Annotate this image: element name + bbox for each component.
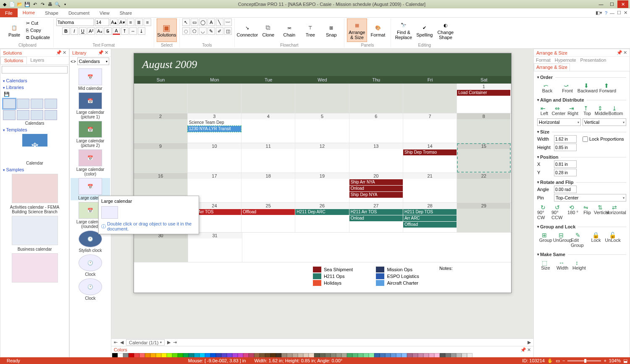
zoom-in-icon[interactable]: +: [604, 358, 606, 363]
scroll-right-icon[interactable]: ▶: [528, 340, 531, 345]
clone-button[interactable]: ⿻Clone: [258, 18, 278, 42]
open-icon[interactable]: 📂: [17, 1, 23, 7]
pin-icon[interactable]: 📌: [617, 50, 622, 55]
tabs-nav-first-icon[interactable]: ⇤: [114, 340, 118, 345]
calendar-cell[interactable]: 25Offload: [242, 203, 295, 232]
section-align[interactable]: Align and Distribute: [537, 97, 626, 102]
arc-icon[interactable]: ◡: [199, 27, 207, 35]
tabs-nav-prev-icon[interactable]: ◀: [120, 340, 123, 345]
eraser-icon[interactable]: ◫: [224, 27, 232, 35]
calendar-cell[interactable]: 8: [457, 113, 511, 143]
calendar-event[interactable]: Ship Dep NYA: [349, 192, 403, 198]
pin-icon[interactable]: 📌: [56, 50, 62, 55]
page-tab[interactable]: Calendar (1/1)▾: [126, 339, 165, 346]
calendar-cell[interactable]: 27H211 Arr TOSOnload: [349, 203, 403, 232]
shrink-font-icon[interactable]: A▾: [118, 18, 126, 26]
calendar-event[interactable]: H211 Arr TOS: [349, 209, 403, 215]
distribute-h-select[interactable]: Horizontal: [537, 118, 581, 126]
calendar-cell[interactable]: 29: [457, 203, 511, 232]
pin-select[interactable]: Top-Center: [554, 194, 626, 202]
qat-dropdown-icon[interactable]: ▾: [62, 1, 68, 7]
lib-thumb[interactable]: [45, 110, 57, 120]
cut-button[interactable]: ✂Cut: [25, 20, 51, 26]
edit-group-button[interactable]: ✎Edit Group: [571, 231, 588, 249]
bottom-button[interactable]: ⤓Bottom: [609, 104, 623, 117]
lock-button[interactable]: 🔒Lock: [588, 231, 604, 249]
arr-tab-hypernote[interactable]: Hypernote: [553, 57, 578, 63]
calendar-event[interactable]: Onload: [349, 215, 403, 221]
font-color-icon[interactable]: A: [113, 27, 120, 35]
arr-tab-presentation[interactable]: Presentation: [578, 57, 609, 63]
section-order[interactable]: Order: [537, 75, 626, 80]
lib-thumb[interactable]: [17, 110, 29, 120]
valign-top-icon[interactable]: ⤒: [121, 27, 129, 35]
calendar-event[interactable]: Ship Dep Tromso: [403, 149, 457, 155]
super-icon[interactable]: A²: [87, 27, 95, 35]
copy-button[interactable]: ⎘Copy: [25, 27, 51, 34]
section-calendars[interactable]: Calendars: [3, 78, 66, 83]
calendar-cell[interactable]: 13: [349, 143, 403, 173]
underline-icon[interactable]: U: [79, 27, 87, 35]
tab-shape[interactable]: Shape: [40, 8, 63, 17]
lib-item[interactable]: 📅Mid calendar: [71, 68, 110, 91]
top-button[interactable]: ⤒Top: [580, 104, 594, 117]
print-icon[interactable]: 🖶: [47, 1, 53, 7]
library-selector[interactable]: Calendars: [77, 58, 109, 65]
calendar-cell[interactable]: [134, 84, 188, 113]
horizontal-button[interactable]: ⇄Horizontal: [609, 203, 623, 221]
polygon-icon[interactable]: ⬠: [191, 27, 198, 35]
calendar-event[interactable]: H211 Dep ARC: [295, 209, 349, 215]
calendar-cell[interactable]: 9: [134, 143, 188, 173]
help-icon[interactable]: ?: [605, 10, 607, 16]
center-button[interactable]: ⇔Center: [551, 104, 566, 117]
calendar-cell[interactable]: 21: [403, 173, 457, 202]
strike-icon[interactable]: S̶: [104, 27, 112, 35]
calendar-event[interactable]: Science Team Dep: [188, 120, 241, 126]
zoom-out-icon[interactable]: −: [562, 358, 565, 363]
ellipse-icon[interactable]: ◯: [199, 18, 207, 26]
arr-tab-arrange[interactable]: Arrange & Size: [534, 63, 570, 71]
lasso-icon[interactable]: ◌: [182, 27, 190, 35]
pen2-icon[interactable]: ✐: [216, 27, 223, 35]
ribbon-close-icon[interactable]: ✕: [624, 10, 627, 16]
nav-back-icon[interactable]: <: [71, 59, 73, 64]
lib-item[interactable]: 📅Large calendar (picture 1): [71, 92, 110, 119]
ribbon-restore-icon[interactable]: ☐: [617, 10, 621, 16]
duplicate-button[interactable]: ⧉Duplicate: [25, 34, 51, 41]
bold-icon[interactable]: B: [62, 27, 70, 35]
sub-icon[interactable]: A₂: [96, 27, 103, 35]
chain-button[interactable]: ⫘Chain: [279, 18, 299, 42]
panel-close-icon[interactable]: ✕: [63, 50, 66, 55]
section-libraries[interactable]: Libraries: [3, 85, 66, 90]
connector-button[interactable]: ↘Connector: [237, 18, 257, 42]
grow-font-icon[interactable]: A▴: [110, 18, 118, 26]
new-icon[interactable]: 📄: [9, 1, 15, 7]
format-button[interactable]: 🎨Format: [368, 18, 388, 42]
calendar-cell[interactable]: 30: [134, 233, 188, 262]
lib-thumb[interactable]: [31, 99, 43, 109]
backward-button[interactable]: ⬇Backward: [578, 81, 598, 94]
calendar-event[interactable]: 1230 NYA-LYR Transit: [188, 126, 241, 132]
tab-view[interactable]: View: [94, 8, 115, 17]
middle-button[interactable]: ⇕Middle: [594, 104, 609, 117]
section-samples[interactable]: Samples: [3, 167, 66, 172]
curve-icon[interactable]: 〰: [224, 18, 232, 26]
panel-toggle-icon[interactable]: ◧▾: [596, 10, 602, 16]
align-center-icon[interactable]: ≣: [135, 18, 143, 26]
front-button[interactable]: ⤻Front: [557, 81, 578, 94]
find-replace-button[interactable]: 🔭Find & Replace: [394, 18, 414, 42]
y-input[interactable]: [554, 169, 577, 176]
panel-close-icon[interactable]: ✕: [105, 50, 108, 55]
forward-button[interactable]: ⬆Forward: [598, 81, 618, 94]
height-input[interactable]: [554, 144, 577, 151]
section-size[interactable]: Size: [537, 129, 626, 134]
ribbon-min-icon[interactable]: —: [610, 10, 614, 16]
lib-item[interactable]: 📅Large calendar (picture 2): [71, 121, 110, 148]
tab-share[interactable]: Share: [115, 8, 137, 17]
calendar-cell[interactable]: 3Science Team Dep1230 NYA-LYR Transit: [188, 113, 242, 143]
flip-button[interactable]: ⇋Flip: [580, 203, 594, 221]
maximize-button[interactable]: ☐: [606, 0, 617, 8]
calendar-cell[interactable]: 11: [242, 143, 295, 173]
calendar-cell[interactable]: [188, 84, 242, 113]
calendar-cell[interactable]: [242, 84, 295, 113]
